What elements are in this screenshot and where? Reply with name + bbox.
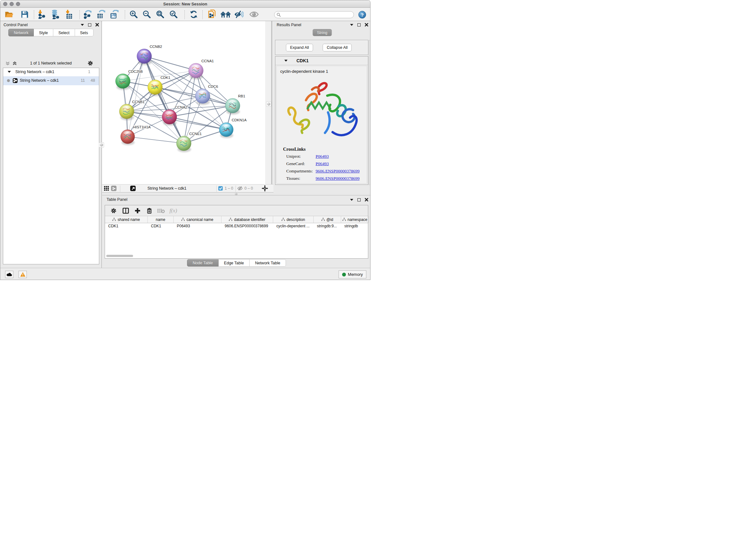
network-edge[interactable]	[128, 56, 144, 137]
network-node-ccnb2[interactable]	[137, 49, 151, 65]
collapse-card-icon[interactable]	[284, 60, 287, 62]
float-panel-icon[interactable]	[357, 23, 360, 26]
horizontal-splitter[interactable]	[102, 193, 273, 195]
crosslink-link[interactable]: P06493	[316, 183, 329, 184]
panel-menu-icon[interactable]	[350, 199, 353, 201]
help-button[interactable]: ?	[358, 11, 366, 18]
crosslink-link[interactable]: P06493	[316, 154, 329, 159]
tab-node-table[interactable]: Node Table	[187, 259, 219, 266]
zoom-selected-icon[interactable]	[170, 10, 178, 18]
column-header-name[interactable]: name	[148, 216, 174, 223]
zoom-out-icon[interactable]	[143, 10, 151, 18]
table-cell[interactable]: stringdb:9...	[314, 223, 341, 229]
network-node-ccne1[interactable]	[177, 136, 191, 152]
export-network-icon[interactable]	[83, 10, 92, 19]
network-edge[interactable]	[128, 137, 184, 143]
import-network-from-file-icon[interactable]	[37, 10, 46, 19]
zoom-in-icon[interactable]	[130, 10, 138, 18]
expand-all-button[interactable]: Expand All	[286, 44, 313, 51]
selected-checkbox-icon[interactable]	[218, 186, 223, 191]
grid-view-icon[interactable]	[104, 186, 109, 191]
network-node-rb1[interactable]	[225, 98, 240, 115]
float-panel-icon[interactable]	[88, 23, 91, 26]
gear-icon[interactable]	[87, 60, 93, 66]
panel-menu-icon[interactable]	[350, 24, 353, 26]
refresh-layout-icon[interactable]	[190, 10, 198, 18]
network-row-selected[interactable]: String Network – cdk1 11 48	[3, 76, 99, 85]
table-cell[interactable]: cyclin-dependent ...	[273, 223, 314, 229]
column-header-shared-name[interactable]: shared name	[105, 216, 148, 223]
table-gear-icon[interactable]	[111, 207, 117, 213]
network-node-ccna1[interactable]	[189, 63, 203, 79]
search-input[interactable]	[282, 12, 354, 17]
tab-select[interactable]: Select	[53, 29, 75, 37]
left-splitter-handle[interactable]	[99, 142, 104, 147]
table-cell[interactable]: CDK1	[105, 223, 148, 229]
network-edge[interactable]	[170, 117, 226, 130]
toolbar-search-field[interactable]	[274, 11, 354, 18]
network-node-ccna2[interactable]	[162, 110, 177, 126]
cloud-button[interactable]	[5, 271, 13, 278]
hidden-eye-slash-icon[interactable]	[238, 186, 243, 191]
collection-expander-icon[interactable]	[8, 71, 11, 73]
network-node-ccnb1[interactable]	[119, 104, 134, 120]
crosslink-link[interactable]: 9606.ENSP00000378699	[316, 176, 360, 181]
network-node-hist1h1a[interactable]	[121, 130, 135, 145]
export-table-icon[interactable]	[97, 10, 106, 19]
tab-network-table[interactable]: Network Table	[250, 259, 286, 266]
crosslink-link[interactable]: 9606.ENSP00000378699	[316, 169, 360, 174]
right-splitter-handle[interactable]	[266, 102, 271, 107]
select-columns-icon[interactable]	[123, 207, 129, 213]
memory-button[interactable]: Memory	[339, 270, 366, 278]
add-column-icon[interactable]	[135, 208, 140, 213]
tab-style[interactable]: Style	[34, 29, 53, 37]
open-session-icon[interactable]	[5, 11, 14, 18]
results-scrollbar[interactable]	[368, 40, 370, 185]
panel-menu-icon[interactable]	[81, 24, 84, 26]
open-in-string-icon[interactable]	[130, 186, 136, 191]
pan-crosshair-icon[interactable]	[262, 185, 268, 192]
column-header-@id[interactable]: @id	[314, 216, 341, 223]
node-label: CDC6	[208, 84, 218, 88]
network-edge[interactable]	[144, 56, 184, 143]
import-network-from-database-icon[interactable]	[51, 10, 60, 19]
network-node-cdc25b[interactable]	[116, 74, 130, 90]
crosslinks-section: CrossLinks Uniprot:P06493GeneCard:P06493…	[277, 146, 367, 184]
collapse-all-button[interactable]: Collapse All	[323, 44, 352, 51]
network-node-cdk1[interactable]	[148, 80, 162, 96]
table-cell[interactable]: 9606.ENSP00000378699	[221, 223, 273, 229]
tab-string[interactable]: String	[313, 29, 332, 36]
table-horizontal-scrollbar[interactable]	[106, 255, 133, 257]
table-cell[interactable]: P06493	[174, 223, 221, 229]
column-header-canonical-name[interactable]: canonical name	[174, 216, 221, 223]
delete-column-icon[interactable]	[147, 207, 152, 213]
float-panel-icon[interactable]	[357, 198, 360, 201]
warning-button[interactable]	[18, 271, 27, 278]
table-cell[interactable]: stringdb	[341, 223, 369, 229]
network-node-cdc6[interactable]	[195, 89, 210, 105]
table-row[interactable]: CDK1CDK1P064939606.ENSP00000378699cyclin…	[105, 223, 368, 229]
protein-card-header[interactable]: CDK1	[275, 57, 368, 65]
network-canvas[interactable]: CCNB2CCNA1CDC25BCDK1CDC6RB1CCNB1CCNA2CDK…	[102, 21, 265, 184]
network-node-cdkn1a[interactable]	[219, 123, 233, 138]
network-from-selection-icon[interactable]	[208, 10, 216, 19]
column-header-namespace[interactable]: namespace	[341, 216, 369, 223]
import-table-from-file-icon[interactable]	[65, 10, 73, 19]
save-session-icon[interactable]	[21, 11, 28, 18]
export-image-icon[interactable]	[110, 10, 119, 19]
close-panel-icon[interactable]	[95, 23, 99, 26]
tab-network[interactable]: Network	[8, 29, 34, 37]
hide-selected-eye-icon[interactable]	[234, 10, 244, 18]
close-panel-icon[interactable]	[365, 198, 368, 201]
close-panel-icon[interactable]	[365, 23, 368, 26]
table-cell[interactable]: CDK1	[148, 223, 174, 229]
crosslink-link[interactable]: P06493	[316, 161, 329, 166]
zoom-fit-icon[interactable]	[156, 10, 164, 18]
tab-edge-table[interactable]: Edge Table	[219, 259, 250, 266]
houses-icon[interactable]	[220, 10, 231, 18]
column-header-description[interactable]: description	[273, 216, 314, 223]
network-collection-row[interactable]: String Network – cdk1 1	[3, 68, 99, 76]
tab-sets[interactable]: Sets	[75, 29, 93, 37]
string-view-icon[interactable]	[111, 186, 117, 191]
column-header-database-identifier[interactable]: database identifier	[221, 216, 273, 223]
